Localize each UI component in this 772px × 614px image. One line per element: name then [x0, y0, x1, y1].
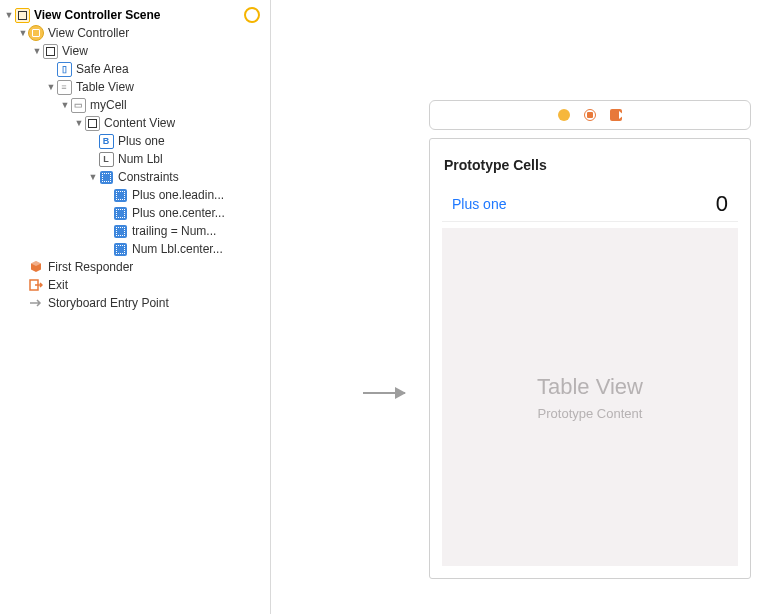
constraint-icon [112, 205, 128, 221]
outline-label: First Responder [48, 258, 133, 276]
outline-label: Num Lbl [118, 150, 163, 168]
view-controller-icon [28, 25, 44, 41]
outline-constraint-item[interactable]: Plus one.center... [0, 204, 270, 222]
view-controller-frame[interactable]: Prototype Cells Plus one 0 Table View Pr… [429, 100, 751, 579]
scene-icon [14, 7, 30, 23]
table-view-placeholder[interactable]: Table View Prototype Content [442, 228, 738, 566]
storyboard-canvas[interactable]: Prototype Cells Plus one 0 Table View Pr… [271, 0, 772, 614]
constraint-icon [112, 223, 128, 239]
disclosure-triangle-icon[interactable] [4, 6, 14, 24]
outline-label: Plus one [118, 132, 165, 150]
outline-label: Plus one.center... [132, 204, 225, 222]
disclosure-triangle-icon[interactable] [74, 114, 84, 132]
prototype-cell[interactable]: Plus one 0 [442, 187, 738, 222]
exit-dock-icon[interactable] [610, 109, 622, 121]
button-icon: B [98, 133, 114, 149]
outline-label: View Controller [48, 24, 129, 42]
disclosure-triangle-icon[interactable] [88, 168, 98, 186]
outline-label: View Controller Scene [34, 6, 161, 24]
scene-dock[interactable] [429, 100, 751, 130]
disclosure-triangle-icon[interactable] [46, 78, 56, 96]
outline-entry-point[interactable]: Storyboard Entry Point [0, 294, 270, 312]
label-icon: L [98, 151, 114, 167]
device-screen: Prototype Cells Plus one 0 Table View Pr… [429, 138, 751, 579]
outline-view-controller[interactable]: View Controller [0, 24, 270, 42]
placeholder-title: Table View [537, 374, 643, 400]
outline-view[interactable]: View [0, 42, 270, 60]
prototype-cells-header: Prototype Cells [444, 157, 736, 173]
outline-content-view[interactable]: Content View [0, 114, 270, 132]
outline-safe-area[interactable]: ▯ Safe Area [0, 60, 270, 78]
outline-constraint-item[interactable]: Plus one.leadin... [0, 186, 270, 204]
outline-label: Num Lbl.center... [132, 240, 223, 258]
safe-area-icon: ▯ [56, 61, 72, 77]
num-label: 0 [716, 191, 728, 217]
outline-label: View [62, 42, 88, 60]
outline-constraint-item[interactable]: Num Lbl.center... [0, 240, 270, 258]
disclosure-triangle-icon[interactable] [32, 42, 42, 60]
first-responder-dock-icon[interactable] [584, 109, 596, 121]
table-view-icon: ≡ [56, 79, 72, 95]
outline-label: Storyboard Entry Point [48, 294, 169, 312]
plus-one-button[interactable]: Plus one [452, 196, 506, 212]
outline-exit[interactable]: Exit [0, 276, 270, 294]
outline-label: Exit [48, 276, 68, 294]
view-icon [42, 43, 58, 59]
constraints-group-icon [98, 169, 114, 185]
outline-label: trailing = Num... [132, 222, 216, 240]
constraint-icon [112, 187, 128, 203]
document-outline: View Controller Scene View Controller Vi… [0, 0, 271, 614]
outline-constraints[interactable]: Constraints [0, 168, 270, 186]
outline-num-lbl[interactable]: L Num Lbl [0, 150, 270, 168]
outline-label: Constraints [118, 168, 179, 186]
cell-icon: ▭ [70, 97, 86, 113]
constraint-icon [112, 241, 128, 257]
outline-table-view[interactable]: ≡ Table View [0, 78, 270, 96]
outline-mycell[interactable]: ▭ myCell [0, 96, 270, 114]
view-controller-dock-icon[interactable] [558, 109, 570, 121]
outline-label: myCell [90, 96, 127, 114]
disclosure-triangle-icon[interactable] [60, 96, 70, 114]
outline-first-responder[interactable]: First Responder [0, 258, 270, 276]
outline-label: Plus one.leadin... [132, 186, 224, 204]
entry-point-icon [28, 295, 44, 311]
outline-label: Safe Area [76, 60, 129, 78]
entry-point-arrow-icon [363, 392, 405, 394]
exit-icon [28, 277, 44, 293]
outline-label: Content View [104, 114, 175, 132]
first-responder-icon [28, 259, 44, 275]
disclosure-triangle-icon[interactable] [18, 24, 28, 42]
outline-plus-one-button[interactable]: B Plus one [0, 132, 270, 150]
outline-label: Table View [76, 78, 134, 96]
outline-constraint-item[interactable]: trailing = Num... [0, 222, 270, 240]
scene-status-icon [244, 7, 260, 23]
view-icon [84, 115, 100, 131]
outline-scene[interactable]: View Controller Scene [0, 6, 270, 24]
placeholder-subtitle: Prototype Content [538, 406, 643, 421]
